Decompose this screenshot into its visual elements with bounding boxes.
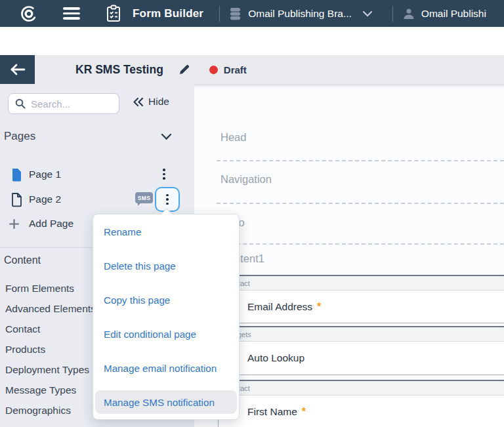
- back-button[interactable]: [0, 55, 35, 84]
- chevron-down-icon: [161, 133, 172, 140]
- menu-item-copy-this-page[interactable]: Copy this page: [93, 283, 239, 317]
- kebab-menu-icon: [166, 194, 169, 205]
- menu-item-delete-this-page[interactable]: Delete this page: [93, 249, 239, 283]
- page-item-page1[interactable]: Page 1: [0, 163, 194, 186]
- field-label: Auto Lookup: [247, 352, 304, 364]
- hide-sidebar-button[interactable]: Hide: [133, 96, 169, 108]
- hide-label: Hide: [148, 96, 169, 108]
- form-title-bar: KR SMS Testing Draft: [0, 55, 504, 84]
- form-builder-clipboard-icon: [105, 5, 122, 23]
- form-element-email-address[interactable]: Contact Email Address *: [218, 275, 504, 323]
- pages-header-label: Pages: [4, 130, 35, 143]
- content-section-header: Content: [4, 254, 41, 266]
- user-icon: [402, 7, 415, 20]
- double-chevron-left-icon: [133, 97, 144, 107]
- page2-kebab-menu-button-active[interactable]: [155, 187, 180, 212]
- menu-item-manage-sms-notification[interactable]: Manage SMS notification: [93, 385, 239, 419]
- page-file-icon: [10, 192, 23, 207]
- field-label: First Name: [247, 406, 297, 418]
- menu-item-rename[interactable]: Rename: [93, 214, 239, 249]
- draft-status-dot: [209, 66, 218, 74]
- section-separator: [217, 160, 504, 161]
- pages-section-header[interactable]: Pages: [4, 130, 172, 143]
- search-input[interactable]: [31, 98, 110, 110]
- form-element-auto-lookup[interactable]: Widgets Auto Lookup: [218, 326, 504, 375]
- form-canvas: Head Navigation Logo Content1 Contact Em…: [194, 84, 504, 427]
- menu-item-manage-email-notification[interactable]: Manage email notification: [93, 351, 239, 385]
- brand-selector[interactable]: Omail Publishing Bra...: [229, 7, 373, 21]
- edit-title-pencil-icon[interactable]: [178, 63, 191, 76]
- add-page-label: Add Page: [29, 218, 74, 230]
- page-file-icon: [10, 167, 23, 182]
- database-icon: [229, 7, 242, 21]
- page-context-menu: Rename Delete this page Copy this page E…: [93, 214, 240, 420]
- top-navigation-bar: Form Builder Omail Publishing Bra... Oma…: [0, 0, 504, 27]
- form-element-first-name[interactable]: Contact First Name *: [218, 380, 504, 427]
- account-menu[interactable]: Omail Publishi: [402, 7, 486, 20]
- section-separator: [217, 243, 504, 245]
- page1-kebab-menu-icon[interactable]: [163, 169, 165, 180]
- sms-notification-badge: SMS: [135, 192, 153, 203]
- account-label: Omail Publishi: [421, 8, 486, 20]
- required-asterisk: *: [302, 406, 306, 418]
- plus-icon: [9, 218, 20, 230]
- section-separator: [217, 203, 504, 204]
- app-title: Form Builder: [133, 7, 203, 20]
- required-asterisk: *: [317, 301, 321, 313]
- page-label: Page 1: [29, 169, 61, 180]
- section-navigation[interactable]: Navigation: [220, 173, 272, 186]
- section-head[interactable]: Head: [220, 131, 246, 144]
- omeda-logo-icon: [20, 5, 38, 23]
- field-label: Email Address: [247, 301, 312, 313]
- menu-hamburger-icon[interactable]: [63, 7, 80, 20]
- chevron-down-icon: [362, 10, 373, 17]
- page-label: Page 2: [29, 193, 61, 205]
- search-box[interactable]: [8, 93, 119, 114]
- topbar-divider: [392, 6, 393, 22]
- menu-item-edit-conditional-page[interactable]: Edit conditional page: [93, 317, 239, 351]
- element-category-label: Contact: [219, 276, 504, 291]
- element-category-label: Widgets: [219, 327, 504, 342]
- palette-item-behavior[interactable]: Behavior: [0, 420, 194, 427]
- form-title: KR SMS Testing: [75, 63, 163, 77]
- search-icon: [15, 98, 26, 109]
- draft-status-label: Draft: [224, 64, 247, 75]
- element-category-label: Contact: [219, 381, 504, 396]
- header-spacer: [0, 27, 504, 55]
- brand-label: Omail Publishing Bra...: [248, 8, 352, 20]
- topbar-divider: [219, 6, 220, 22]
